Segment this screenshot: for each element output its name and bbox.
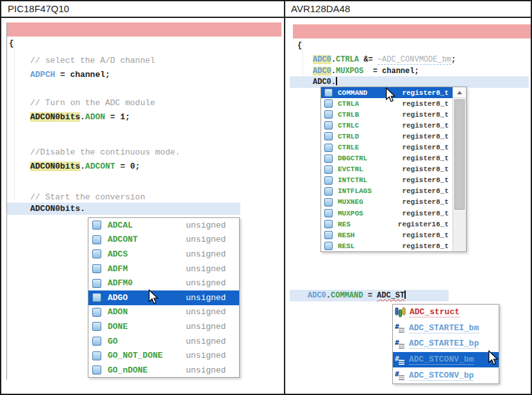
completion-type: register8_t bbox=[399, 176, 453, 184]
code-line[interactable]: { bbox=[297, 40, 302, 51]
field-icon bbox=[324, 176, 333, 185]
completion-name: COMMAND bbox=[338, 89, 399, 97]
completion-name: DONE bbox=[108, 322, 186, 332]
completion-type: unsigned bbox=[186, 249, 226, 259]
completion-item[interactable]: ADFMunsigned bbox=[88, 262, 239, 276]
svg-text:#: # bbox=[395, 355, 399, 363]
comment-text: // Start the conversion bbox=[30, 192, 145, 202]
code-line[interactable]: ADC0.MUXPOS = channel; bbox=[313, 66, 419, 76]
field-icon bbox=[92, 221, 101, 230]
completion-item[interactable]: ADONunsigned bbox=[88, 305, 239, 320]
completion-item[interactable]: CTRLAregister8_t bbox=[321, 98, 453, 109]
completion-item[interactable]: ADCALunsigned bbox=[88, 218, 239, 233]
completion-item-selected[interactable]: ADGOunsigned bbox=[88, 290, 239, 305]
completion-name: ADCONT bbox=[108, 235, 186, 244]
completion-name: ADCS bbox=[108, 249, 186, 259]
bit-field: ADCONT bbox=[85, 162, 115, 171]
completion-item[interactable]: INTCTRLregister8_t bbox=[321, 175, 453, 186]
completion-item[interactable]: MUXNEGregister8_t bbox=[321, 197, 453, 208]
completion-item[interactable]: DBGCTRLregister8_t bbox=[321, 153, 453, 164]
completion-item[interactable]: # ADC_STARTEI_bm bbox=[393, 321, 499, 337]
completion-name: GO bbox=[108, 337, 186, 346]
completion-item[interactable]: ADC_struct bbox=[393, 305, 499, 321]
completion-name: ADFM0 bbox=[108, 278, 186, 288]
completion-type: register8_t bbox=[399, 89, 453, 97]
completion-type: unsigned bbox=[186, 278, 226, 288]
popup-scrollbar[interactable] bbox=[453, 87, 466, 251]
scrollbar-thumb[interactable] bbox=[454, 99, 465, 210]
completion-item[interactable]: CTRLDregister8_t bbox=[321, 131, 453, 142]
field-icon bbox=[92, 337, 101, 346]
completion-item[interactable]: DONEunsigned bbox=[88, 319, 239, 334]
completion-item[interactable]: CTRLBregister8_t bbox=[321, 109, 453, 120]
left-completion-popup: ADCALunsigned ADCONTunsigned ADCSunsigne… bbox=[88, 217, 240, 378]
completion-item[interactable]: # ADC_STCONV_bp bbox=[393, 367, 499, 383]
completion-item[interactable]: RESregister16_t bbox=[321, 219, 453, 230]
completion-item[interactable]: GOunsigned bbox=[88, 334, 239, 349]
completion-item[interactable]: CTRLEregister8_t bbox=[321, 142, 453, 153]
completion-name: ADFM bbox=[108, 264, 186, 274]
register-name: ADC0 bbox=[308, 291, 326, 300]
code-line[interactable]: ADCON0bits.ADON = 1; bbox=[30, 112, 130, 122]
completion-type: unsigned bbox=[186, 322, 226, 332]
dot: . bbox=[331, 67, 336, 76]
register-field: MUXPOS bbox=[336, 67, 363, 76]
completion-item[interactable]: ADFM0unsigned bbox=[88, 276, 239, 290]
completion-item[interactable]: MUXPOSregister8_t bbox=[321, 208, 453, 219]
completion-type: register8_t bbox=[399, 231, 453, 239]
scroll-up-button[interactable] bbox=[453, 87, 466, 98]
completion-item[interactable]: INTFLAGSregister8_t bbox=[321, 186, 453, 197]
code-line[interactable]: ADC0.CTRLA &= ~ADC_CONVMODE_bm; bbox=[313, 55, 456, 65]
code-line[interactable]: { bbox=[9, 38, 14, 49]
field-icon bbox=[324, 231, 333, 239]
completion-item[interactable]: # ADC_STARTEI_bp bbox=[393, 336, 499, 352]
field-icon bbox=[92, 366, 101, 374]
define-icon: # bbox=[395, 355, 405, 365]
dot: . bbox=[80, 112, 85, 122]
statement: = 0; bbox=[115, 162, 140, 171]
completion-item[interactable]: GO_NOT_DONEunsigned bbox=[88, 348, 239, 363]
register-name: ADPCH bbox=[30, 70, 55, 80]
typed-text: ADCON0bits. bbox=[30, 204, 85, 214]
completion-name: CTRLB bbox=[338, 111, 399, 119]
completion-name: ADCAL bbox=[108, 221, 186, 230]
completion-item[interactable]: RESLregister8_t bbox=[321, 240, 453, 251]
completion-name: CTRLD bbox=[338, 133, 399, 140]
macro-completion-popup: ADC_struct # ADC_STARTEI_bm # ADC_STARTE… bbox=[392, 304, 499, 384]
completion-name: EVCTRL bbox=[338, 165, 399, 173]
completion-type: register8_t bbox=[399, 165, 453, 173]
current-line-highlight[interactable]: ADCON0bits. bbox=[7, 203, 240, 215]
completion-name: RES bbox=[338, 221, 398, 228]
completion-type: register16_t bbox=[398, 221, 453, 228]
completion-item[interactable]: GO_nDONEunsigned bbox=[88, 363, 239, 378]
code-line[interactable]: // select the A/D channel bbox=[30, 56, 155, 66]
completion-item-selected[interactable]: # ADC_STCONV_bm bbox=[393, 352, 499, 368]
completion-item[interactable]: ADCSunsigned bbox=[88, 247, 239, 262]
completion-item[interactable]: RESHregister8_t bbox=[321, 230, 453, 240]
completion-name: CTRLC bbox=[338, 122, 399, 130]
left-function-signature-line[interactable]: adc_result_t ADCC_GetSingleConversion(ad… bbox=[7, 22, 281, 37]
field-icon bbox=[92, 308, 101, 317]
right-function-signature-line[interactable]: void ADC0_StartConversion(adc_0_channel_… bbox=[293, 24, 531, 38]
completion-type: register8_t bbox=[399, 210, 453, 217]
completion-item[interactable]: EVCTRLregister8_t bbox=[321, 164, 453, 175]
code-line[interactable]: // Turn on the ADC module bbox=[30, 98, 155, 108]
command-line-highlight[interactable]: ADC0.COMMAND = ADC_ST bbox=[290, 290, 449, 301]
completion-name: RESL bbox=[338, 242, 399, 250]
completion-type: register8_t bbox=[399, 144, 453, 151]
code-line[interactable]: // Start the conversion bbox=[30, 192, 145, 203]
code-line[interactable]: //Disable the continuous mode. bbox=[30, 147, 180, 158]
text-caret bbox=[404, 290, 406, 299]
code-line[interactable]: ADPCH = channel; bbox=[30, 70, 110, 80]
completion-name: INTCTRL bbox=[338, 176, 399, 184]
column-divider bbox=[284, 1, 285, 394]
field-icon bbox=[92, 293, 101, 302]
completion-item-selected[interactable]: COMMANDregister8_t bbox=[321, 87, 453, 98]
completion-name: ADGO bbox=[108, 293, 186, 303]
completion-item[interactable]: ADCONTunsigned bbox=[88, 233, 239, 248]
field-icon bbox=[324, 165, 333, 174]
completion-item[interactable]: CTRLCregister8_t bbox=[321, 120, 453, 131]
indent-guide bbox=[14, 40, 15, 201]
comment-text: //Disable the continuous mode. bbox=[30, 147, 180, 157]
code-line[interactable]: ADCON0bits.ADCONT = 0; bbox=[30, 162, 140, 172]
